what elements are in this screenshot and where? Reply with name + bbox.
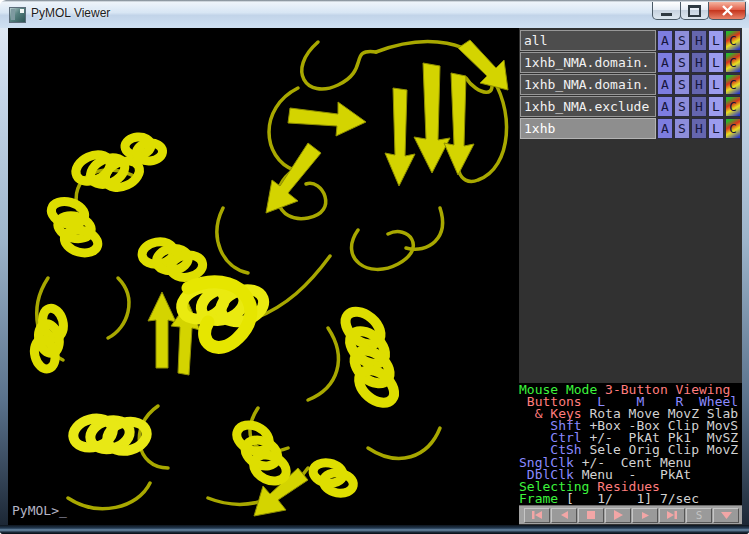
show-button[interactable]: S [674,118,690,139]
maximize-button[interactable] [680,2,709,20]
stop-button[interactable] [578,508,604,523]
object-name[interactable]: all [520,30,656,51]
label-button[interactable]: L [708,118,724,139]
show-button[interactable]: S [674,96,690,117]
playback-menu-button[interactable] [713,508,739,523]
label-button[interactable]: L [708,96,724,117]
protein-structure [8,28,519,525]
rewind-to-start-icon [531,510,543,520]
object-row-all: all A S H L C [520,30,741,51]
forward-to-end-icon [666,510,678,520]
action-button[interactable]: A [657,118,673,139]
titlebar[interactable]: PyMOL Viewer [0,0,749,28]
step-forward-button[interactable] [632,508,658,523]
color-button[interactable]: C [725,74,741,95]
minimize-button[interactable] [652,2,681,20]
minimize-icon [661,13,672,16]
action-button[interactable]: A [657,30,673,51]
show-button[interactable]: S [674,30,690,51]
object-name[interactable]: 1xhb [520,118,656,139]
app-icon [9,7,26,23]
action-button[interactable]: A [657,74,673,95]
color-button[interactable]: C [725,96,741,117]
object-row-domain-2: 1xhb_NMA.domain. A S H L C [520,74,741,95]
label-button[interactable]: L [708,30,724,51]
menu-down-icon [720,511,733,520]
label-button[interactable]: L [708,74,724,95]
color-button[interactable]: C [725,52,741,73]
label-button[interactable]: L [708,52,724,73]
maximize-icon [688,5,701,17]
object-name[interactable]: 1xhb_NMA.domain. [520,74,656,95]
hide-button[interactable]: H [691,30,707,51]
sidebar: all A S H L C 1xhb_NMA.domain. A S H L C… [519,28,742,525]
hide-button[interactable]: H [691,118,707,139]
show-button[interactable]: S [674,74,690,95]
play-button[interactable] [605,508,631,523]
protein-helices [24,135,423,495]
object-row-1xhb: 1xhb A S H L C [520,118,741,139]
scene-button-label: S [696,510,703,521]
object-row-domain-1: 1xhb_NMA.domain. A S H L C [520,52,741,73]
caption-buttons [653,2,746,20]
object-name[interactable]: 1xhb_NMA.domain. [520,52,656,73]
object-name[interactable]: 1xhb_NMA.exclude [520,96,656,117]
hide-button[interactable]: H [691,74,707,95]
object-list: all A S H L C 1xhb_NMA.domain. A S H L C… [520,30,741,140]
action-button[interactable]: A [657,96,673,117]
forward-to-end-button[interactable] [659,508,685,523]
playback-bar: S [519,505,742,524]
window-frame-bottom [0,525,749,534]
rewind-to-start-button[interactable] [524,508,550,523]
viewport-3d[interactable]: PyMOL>_ [8,28,519,525]
step-forward-icon [641,511,650,520]
close-button[interactable] [708,2,746,20]
mouse-mode-panel[interactable]: Mouse Mode 3-Button Viewing Buttons L M … [519,383,742,505]
stop-icon [586,510,596,520]
frame-counter-line: Frame [ 1/ 1] 7/sec [519,493,742,505]
window-title: PyMOL Viewer [31,6,110,20]
hide-button[interactable]: H [691,52,707,73]
hide-button[interactable]: H [691,96,707,117]
close-icon [721,5,734,16]
color-button[interactable]: C [725,30,741,51]
scene-button[interactable]: S [686,508,712,523]
step-back-icon [559,510,569,520]
object-row-exclude: 1xhb_NMA.exclude A S H L C [520,96,741,117]
command-prompt[interactable]: PyMOL>_ [12,503,67,518]
color-button[interactable]: C [725,118,741,139]
show-button[interactable]: S [674,52,690,73]
step-back-button[interactable] [551,508,577,523]
play-icon [613,509,624,521]
action-button[interactable]: A [657,52,673,73]
pymol-viewer-window: PyMOL Viewer [0,0,749,534]
